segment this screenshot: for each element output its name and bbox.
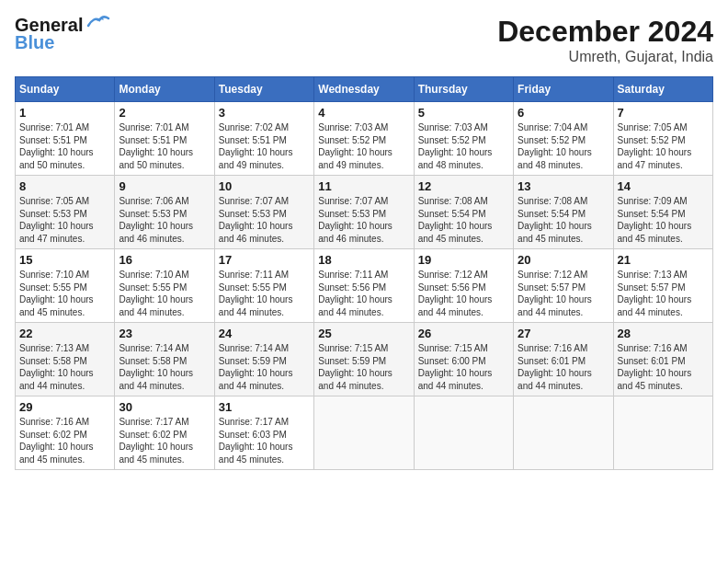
location-title: Umreth, Gujarat, India	[497, 49, 713, 65]
day-number: 20	[518, 253, 609, 267]
day-info: Sunrise: 7:16 AMSunset: 6:01 PMDaylight:…	[518, 342, 609, 392]
calendar-cell: 26Sunrise: 7:15 AMSunset: 6:00 PMDayligh…	[414, 323, 513, 396]
calendar-cell: 18Sunrise: 7:11 AMSunset: 5:56 PMDayligh…	[314, 249, 414, 323]
calendar-cell: 31Sunrise: 7:17 AMSunset: 6:03 PMDayligh…	[214, 396, 313, 470]
day-number: 23	[119, 327, 210, 340]
week-row-2: 8Sunrise: 7:05 AMSunset: 5:53 PMDaylight…	[16, 176, 713, 249]
day-number: 12	[418, 179, 509, 193]
day-info: Sunrise: 7:03 AMSunset: 5:52 PMDaylight:…	[318, 121, 409, 171]
day-info: Sunrise: 7:07 AMSunset: 5:53 PMDaylight:…	[219, 195, 310, 245]
day-number: 7	[618, 106, 709, 120]
calendar-cell: 8Sunrise: 7:05 AMSunset: 5:53 PMDaylight…	[16, 176, 115, 249]
day-number: 13	[518, 179, 609, 193]
day-info: Sunrise: 7:14 AMSunset: 5:59 PMDaylight:…	[219, 342, 310, 392]
calendar-body: 1Sunrise: 7:01 AMSunset: 5:51 PMDaylight…	[16, 102, 713, 470]
day-number: 1	[19, 106, 110, 120]
day-info: Sunrise: 7:10 AMSunset: 5:55 PMDaylight:…	[119, 269, 210, 318]
calendar-cell: 20Sunrise: 7:12 AMSunset: 5:57 PMDayligh…	[514, 249, 613, 323]
calendar-cell	[613, 396, 712, 470]
day-number: 6	[518, 106, 609, 120]
calendar-cell: 4Sunrise: 7:03 AMSunset: 5:52 PMDaylight…	[314, 102, 414, 176]
day-number: 18	[318, 253, 409, 267]
calendar-cell: 6Sunrise: 7:04 AMSunset: 5:52 PMDaylight…	[514, 102, 613, 176]
day-info: Sunrise: 7:05 AMSunset: 5:52 PMDaylight:…	[618, 121, 709, 171]
calendar-cell: 29Sunrise: 7:16 AMSunset: 6:02 PMDayligh…	[16, 396, 115, 470]
calendar-cell: 27Sunrise: 7:16 AMSunset: 6:01 PMDayligh…	[514, 323, 613, 396]
calendar-cell: 21Sunrise: 7:13 AMSunset: 5:57 PMDayligh…	[613, 249, 712, 323]
calendar-cell: 19Sunrise: 7:12 AMSunset: 5:56 PMDayligh…	[414, 249, 513, 323]
week-row-3: 15Sunrise: 7:10 AMSunset: 5:55 PMDayligh…	[16, 249, 713, 323]
day-info: Sunrise: 7:17 AMSunset: 6:03 PMDaylight:…	[219, 416, 310, 465]
day-number: 29	[19, 400, 110, 414]
calendar-cell: 12Sunrise: 7:08 AMSunset: 5:54 PMDayligh…	[414, 176, 513, 249]
day-info: Sunrise: 7:17 AMSunset: 6:02 PMDaylight:…	[119, 416, 210, 465]
weekday-header-saturday: Saturday	[613, 77, 712, 102]
calendar-cell: 15Sunrise: 7:10 AMSunset: 5:55 PMDayligh…	[16, 249, 115, 323]
day-info: Sunrise: 7:01 AMSunset: 5:51 PMDaylight:…	[19, 121, 110, 171]
calendar-table: SundayMondayTuesdayWednesdayThursdayFrid…	[15, 76, 713, 470]
day-info: Sunrise: 7:16 AMSunset: 6:02 PMDaylight:…	[19, 416, 110, 465]
calendar-cell: 7Sunrise: 7:05 AMSunset: 5:52 PMDaylight…	[613, 102, 712, 176]
day-info: Sunrise: 7:01 AMSunset: 5:51 PMDaylight:…	[119, 121, 210, 171]
day-info: Sunrise: 7:06 AMSunset: 5:53 PMDaylight:…	[119, 195, 210, 245]
day-info: Sunrise: 7:09 AMSunset: 5:54 PMDaylight:…	[618, 195, 709, 245]
day-number: 8	[19, 179, 110, 193]
day-number: 27	[518, 327, 609, 340]
day-number: 25	[318, 327, 409, 340]
calendar-cell: 30Sunrise: 7:17 AMSunset: 6:02 PMDayligh…	[115, 396, 214, 470]
day-number: 9	[119, 179, 210, 193]
day-info: Sunrise: 7:12 AMSunset: 5:57 PMDaylight:…	[518, 269, 609, 318]
weekday-header-row: SundayMondayTuesdayWednesdayThursdayFrid…	[16, 77, 713, 102]
day-number: 17	[219, 253, 310, 267]
day-info: Sunrise: 7:11 AMSunset: 5:55 PMDaylight:…	[219, 269, 310, 318]
day-number: 15	[19, 253, 110, 267]
calendar-cell: 17Sunrise: 7:11 AMSunset: 5:55 PMDayligh…	[214, 249, 313, 323]
calendar-cell: 22Sunrise: 7:13 AMSunset: 5:58 PMDayligh…	[16, 323, 115, 396]
day-info: Sunrise: 7:05 AMSunset: 5:53 PMDaylight:…	[19, 195, 110, 245]
weekday-header-tuesday: Tuesday	[214, 77, 313, 102]
calendar-cell: 16Sunrise: 7:10 AMSunset: 5:55 PMDayligh…	[115, 249, 214, 323]
title-block: December 2024 Umreth, Gujarat, India	[497, 15, 713, 65]
day-number: 11	[318, 179, 409, 193]
calendar-cell: 13Sunrise: 7:08 AMSunset: 5:54 PMDayligh…	[514, 176, 613, 249]
calendar-cell: 1Sunrise: 7:01 AMSunset: 5:51 PMDaylight…	[16, 102, 115, 176]
day-info: Sunrise: 7:04 AMSunset: 5:52 PMDaylight:…	[518, 121, 609, 171]
day-number: 28	[618, 327, 709, 340]
calendar-cell: 14Sunrise: 7:09 AMSunset: 5:54 PMDayligh…	[613, 176, 712, 249]
week-row-1: 1Sunrise: 7:01 AMSunset: 5:51 PMDaylight…	[16, 102, 713, 176]
day-number: 16	[119, 253, 210, 267]
day-number: 3	[219, 106, 310, 120]
day-info: Sunrise: 7:15 AMSunset: 5:59 PMDaylight:…	[318, 342, 409, 392]
day-info: Sunrise: 7:07 AMSunset: 5:53 PMDaylight:…	[318, 195, 409, 245]
calendar-cell	[414, 396, 513, 470]
day-number: 5	[418, 106, 509, 120]
calendar-cell: 2Sunrise: 7:01 AMSunset: 5:51 PMDaylight…	[115, 102, 214, 176]
day-info: Sunrise: 7:13 AMSunset: 5:58 PMDaylight:…	[19, 342, 110, 392]
calendar-cell: 9Sunrise: 7:06 AMSunset: 5:53 PMDaylight…	[115, 176, 214, 249]
month-title: December 2024	[497, 15, 713, 49]
day-number: 4	[318, 106, 409, 120]
header: General Blue December 2024 Umreth, Gujar…	[15, 15, 713, 65]
day-info: Sunrise: 7:16 AMSunset: 6:01 PMDaylight:…	[618, 342, 709, 392]
day-info: Sunrise: 7:14 AMSunset: 5:58 PMDaylight:…	[119, 342, 210, 392]
day-number: 21	[618, 253, 709, 267]
day-number: 31	[219, 400, 310, 414]
day-number: 24	[219, 327, 310, 340]
calendar-cell: 3Sunrise: 7:02 AMSunset: 5:51 PMDaylight…	[214, 102, 313, 176]
day-info: Sunrise: 7:02 AMSunset: 5:51 PMDaylight:…	[219, 121, 310, 171]
weekday-header-friday: Friday	[514, 77, 613, 102]
day-info: Sunrise: 7:15 AMSunset: 6:00 PMDaylight:…	[418, 342, 509, 392]
calendar-cell: 23Sunrise: 7:14 AMSunset: 5:58 PMDayligh…	[115, 323, 214, 396]
calendar-cell: 11Sunrise: 7:07 AMSunset: 5:53 PMDayligh…	[314, 176, 414, 249]
calendar-cell: 25Sunrise: 7:15 AMSunset: 5:59 PMDayligh…	[314, 323, 414, 396]
calendar-cell	[314, 396, 414, 470]
week-row-4: 22Sunrise: 7:13 AMSunset: 5:58 PMDayligh…	[16, 323, 713, 396]
calendar-cell: 5Sunrise: 7:03 AMSunset: 5:52 PMDaylight…	[414, 102, 513, 176]
day-info: Sunrise: 7:13 AMSunset: 5:57 PMDaylight:…	[618, 269, 709, 318]
logo-bird-icon	[85, 13, 110, 31]
day-number: 19	[418, 253, 509, 267]
day-info: Sunrise: 7:11 AMSunset: 5:56 PMDaylight:…	[318, 269, 409, 318]
week-row-5: 29Sunrise: 7:16 AMSunset: 6:02 PMDayligh…	[16, 396, 713, 470]
day-number: 14	[618, 179, 709, 193]
calendar-cell: 28Sunrise: 7:16 AMSunset: 6:01 PMDayligh…	[613, 323, 712, 396]
